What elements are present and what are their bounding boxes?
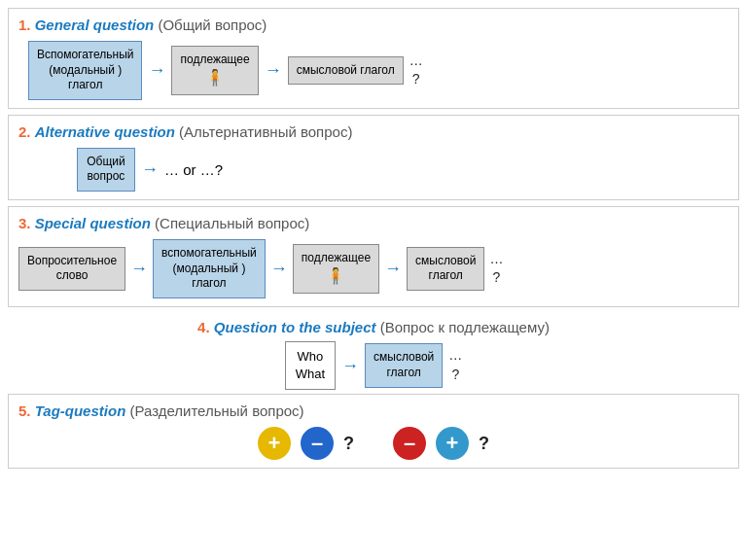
s3-dots: … [489,250,503,269]
s2-box1: Общийвопрос [77,148,135,192]
section-special: 3. Special question (Специальный вопрос)… [8,206,739,307]
s3-num: 3. [18,215,31,231]
s1-box3: смысловой глагол [288,56,404,86]
s4-box2: смысловойглагол [365,343,443,387]
s3-flow: Вопросительноеслово → вспомогательный(мо… [18,239,729,298]
section3-title: 3. Special question (Специальный вопрос) [18,215,729,231]
person-icon1: 🧍 [180,68,249,88]
q-mark2: ? [479,434,489,454]
s3-box1: Вопросительноеслово [18,247,125,291]
s3-box3: подлежащее🧍 [293,244,379,293]
s1-num: 1. [18,17,31,33]
s2-or-text: … or …? [164,161,223,178]
s4-dots: … [448,346,462,366]
s5-num: 5. [18,402,31,419]
s2-flow: Общийвопрос → … or …? [77,148,729,192]
tag-row: + – ? – + ? [18,427,729,460]
s4-rus: (Вопрос к подлежащему) [380,319,550,335]
s3-arrow2: → [270,260,288,277]
person-icon2: 🧍 [302,266,371,287]
s5-rus: (Разделительный вопрос) [129,402,303,419]
s3-box2: вспомогательный(модальный )глагол [153,239,266,298]
section5-title: 5. Tag-question (Разделительный вопрос) [18,402,729,419]
minus-circle2: – [393,427,426,460]
section1-title: 1. General question (Общий вопрос) [18,17,729,33]
section-subject: 4. Question to the subject (Вопрос к под… [8,313,739,394]
s4-num: 4. [197,319,210,335]
q-mark1: ? [343,434,354,454]
s4-arrow: → [341,357,359,374]
s1-box1: Вспомогательный(модальный )глагол [28,41,142,100]
s2-num: 2. [18,123,31,140]
s3-rus: (Специальный вопрос) [155,215,309,231]
s3-ellipsis: … ? [489,250,503,288]
s1-arrow1: → [148,61,165,79]
s1-dots: … [409,52,423,71]
s2-arrow: → [141,160,159,178]
s1-box2: подлежащее🧍 [171,46,258,94]
section2-title: 2. Alternative question (Альтернативный … [18,123,729,140]
s3-arrow3: → [384,260,402,277]
plus-circle2: + [436,427,469,460]
s2-eng: Alternative question [35,123,175,140]
s1-eng: General question [35,17,155,33]
section-alternative: 2. Alternative question (Альтернативный … [8,115,739,200]
s3-eng: Special question [35,215,151,231]
section-general: 1. General question (Общий вопрос) Вспом… [8,8,739,109]
section-tag: 5. Tag-question (Разделительный вопрос) … [8,394,739,469]
s3-q: ? [492,268,500,288]
s4-who-what: WhoWhat [285,341,336,390]
s4-q: ? [451,366,459,385]
s3-arrow1: → [130,260,148,277]
s4-eng: Question to the subject [214,319,376,335]
s1-ellipsis: … ? [409,52,423,89]
s5-eng: Tag-question [35,402,126,419]
s4-flow: WhoWhat → смысловойглагол … ? [18,341,729,390]
s4-ellipsis: … ? [448,346,462,384]
s1-flow: Вспомогательный(модальный )глагол → подл… [28,41,729,100]
s2-rus: (Альтернативный вопрос) [179,123,352,140]
plus-circle1: + [258,427,291,460]
minus-circle1: – [301,427,334,460]
s1-rus: (Общий вопрос) [158,17,267,33]
s3-box4: смысловойглагол [407,247,484,291]
s1-arrow2: → [265,61,282,79]
section4-title: 4. Question to the subject (Вопрос к под… [18,319,729,335]
s1-q: ? [412,70,420,89]
